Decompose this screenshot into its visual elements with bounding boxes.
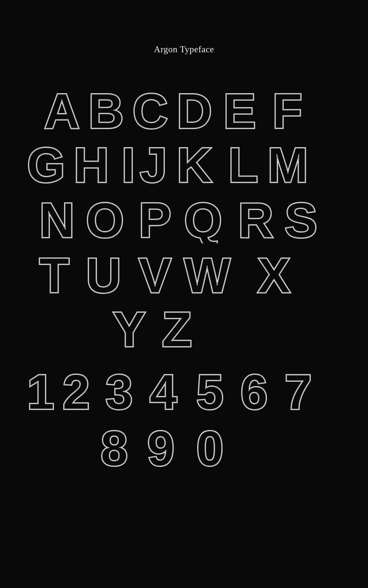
svg-text:1: 1 [27, 365, 54, 415]
svg-text:2: 2 [63, 365, 90, 415]
svg-text:M: M [267, 138, 308, 187]
svg-text:X: X [258, 248, 290, 297]
svg-text:D: D [177, 84, 212, 133]
alphabet-row-5: Y Y Y Z Z Z [110, 297, 258, 351]
svg-text:Q: Q [184, 193, 222, 243]
numbers-row-2: 8 8 8 9 9 9 0 0 0 [98, 415, 270, 471]
svg-text:3: 3 [105, 365, 133, 415]
title-section: Argon Typeface [154, 44, 214, 54]
alphabet-row-4: T T T U U U V V V W W W X X X [37, 243, 331, 297]
svg-text:G: G [27, 138, 65, 187]
svg-text:0: 0 [196, 421, 223, 471]
svg-text:4: 4 [150, 365, 177, 415]
svg-text:S: S [285, 193, 317, 243]
svg-text:W: W [184, 248, 230, 297]
svg-text:7: 7 [285, 365, 312, 415]
svg-text:V: V [139, 248, 171, 297]
svg-text:Z: Z [162, 302, 192, 351]
page-title: Argon Typeface [154, 44, 214, 54]
numbers-row-1: 1 1 1 2 2 2 3 3 3 4 4 4 5 5 5 6 6 6 7 7 … [25, 359, 343, 415]
svg-text:P: P [139, 193, 171, 243]
svg-text:6: 6 [240, 365, 268, 415]
svg-text:K: K [177, 138, 212, 187]
svg-text:I: I [121, 138, 135, 187]
alphabet-display: .outline-text { font-family: 'Arial Blac… [25, 79, 343, 471]
svg-text:C: C [132, 84, 168, 133]
svg-text:L: L [228, 138, 258, 187]
svg-text:F: F [272, 84, 302, 133]
page-container: Argon Typeface .outline-text { font-fami… [0, 0, 368, 588]
svg-text:9: 9 [147, 421, 174, 471]
svg-text:H: H [74, 138, 109, 187]
svg-text:E: E [223, 84, 256, 133]
svg-text:J: J [140, 138, 167, 187]
alphabet-row-3: N N N O O O P P P Q Q Q R R R S S S [37, 187, 331, 243]
svg-text:T: T [39, 248, 69, 297]
svg-text:5: 5 [196, 365, 223, 415]
svg-text:U: U [86, 248, 121, 297]
svg-text:N: N [39, 193, 75, 243]
alphabet-row-1: .outline-text { font-family: 'Arial Blac… [37, 79, 331, 133]
svg-text:B: B [88, 84, 124, 133]
svg-text:Y: Y [113, 302, 145, 351]
alphabet-row-2: G G G H H H I I I J J J K K K L L L M M … [25, 133, 343, 187]
svg-text:O: O [86, 193, 124, 243]
svg-text:A: A [44, 84, 79, 133]
svg-text:8: 8 [101, 421, 128, 471]
svg-text:R: R [238, 193, 273, 243]
